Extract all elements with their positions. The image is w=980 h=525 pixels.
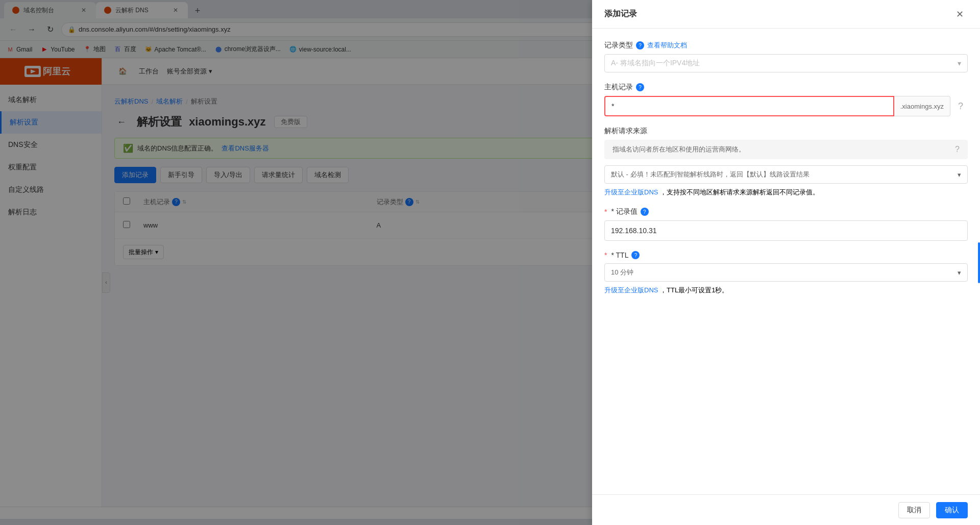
resolve-info-text: 指域名访问者所在地区和使用的运营商网络。: [612, 145, 745, 154]
confirm-button[interactable]: 确认: [936, 502, 968, 518]
host-record-group: 主机记录 ? .xiaomings.xyz ?: [604, 83, 968, 116]
add-record-drawer: 添加记录 ✕ 记录类型 ? 查看帮助文档 A- 将域名指向一个IPV4地址 ▾ …: [592, 0, 980, 525]
ttl-dropdown[interactable]: 10 分钟 ▾: [604, 263, 968, 282]
record-type-group: 记录类型 ? 查看帮助文档 A- 将域名指向一个IPV4地址 ▾: [604, 41, 968, 72]
scrollbar-indicator[interactable]: [978, 242, 980, 283]
host-help-button[interactable]: ?: [953, 99, 968, 113]
drawer-header: 添加记录 ✕: [592, 0, 980, 29]
upgrade-notice-1: 升级至企业版DNS ，支持按不同地区解析请求来源解析返回不同记录值。: [604, 188, 968, 197]
cancel-button[interactable]: 取消: [898, 502, 930, 518]
info-help-icon[interactable]: ?: [955, 145, 960, 154]
record-value-input[interactable]: [604, 220, 968, 241]
required-mark: *: [604, 208, 607, 216]
help-link[interactable]: 查看帮助文档: [647, 41, 687, 50]
record-value-group: * * 记录值 ?: [604, 207, 968, 241]
record-type-placeholder: A- 将域名指向一个IPV4地址: [611, 59, 700, 68]
help-icon-record-value[interactable]: ?: [641, 208, 649, 216]
help-icon-record-type[interactable]: ?: [636, 41, 644, 49]
ttl-value: 10 分钟: [611, 268, 633, 277]
resolve-source-label: 解析请求来源: [604, 127, 968, 136]
ttl-label: * * TTL ?: [604, 251, 968, 259]
drawer-body: 记录类型 ? 查看帮助文档 A- 将域名指向一个IPV4地址 ▾ 主机记录 ? …: [592, 29, 980, 494]
host-suffix: .xiaomings.xyz: [894, 96, 950, 116]
upgrade-text-2: ，TTL最小可设置1秒。: [660, 286, 728, 294]
host-record-label: 主机记录 ?: [604, 83, 968, 92]
upgrade-link-2[interactable]: 升级至企业版DNS: [604, 286, 658, 294]
drawer-title: 添加记录: [604, 9, 637, 19]
ttl-group: * * TTL ? 10 分钟 ▾ 升级至企业版DNS ，TTL最小可设置1秒。: [604, 251, 968, 295]
ttl-arrow-icon: ▾: [958, 269, 961, 277]
upgrade-notice-2: 升级至企业版DNS ，TTL最小可设置1秒。: [604, 286, 968, 295]
dropdown-arrow-icon: ▾: [958, 171, 961, 179]
record-value-label: * * 记录值 ?: [604, 207, 968, 216]
resolve-dropdown[interactable]: 默认 - 必填！未匹配到智能解析线路时，返回【默认】线路设置结果 ▾: [604, 165, 968, 184]
host-record-input[interactable]: [604, 96, 894, 116]
drawer-close-button[interactable]: ✕: [951, 6, 968, 22]
host-input-wrapper: .xiaomings.xyz ?: [604, 96, 968, 116]
required-mark-ttl: *: [604, 251, 607, 259]
help-circle-icon: ?: [958, 101, 963, 112]
upgrade-link-1[interactable]: 升级至企业版DNS: [604, 188, 658, 196]
record-type-select[interactable]: A- 将域名指向一个IPV4地址 ▾: [604, 54, 968, 72]
drawer-footer: 取消 确认: [592, 494, 980, 525]
resolve-info-box: 指域名访问者所在地区和使用的运营商网络。 ?: [604, 140, 968, 159]
resolve-dropdown-label: 默认 - 必填！未匹配到智能解析线路时，返回【默认】线路设置结果: [611, 170, 810, 179]
help-icon-ttl[interactable]: ?: [631, 251, 640, 259]
record-type-label: 记录类型 ? 查看帮助文档: [604, 41, 968, 50]
upgrade-text-1: ，支持按不同地区解析请求来源解析返回不同记录值。: [660, 188, 819, 196]
select-arrow-icon: ▾: [958, 59, 961, 67]
help-icon-host-record[interactable]: ?: [636, 83, 644, 91]
resolve-source-group: 解析请求来源 指域名访问者所在地区和使用的运营商网络。 ? 默认 - 必填！未匹…: [604, 127, 968, 197]
